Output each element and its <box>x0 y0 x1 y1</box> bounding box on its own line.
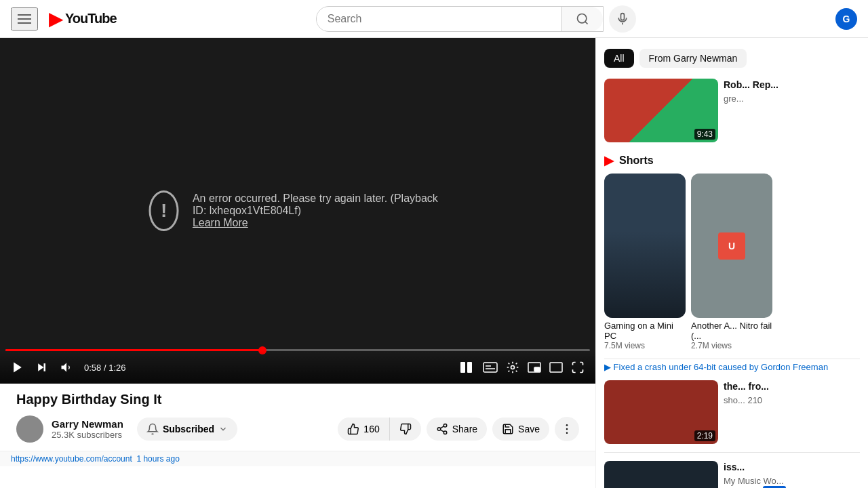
share-icon <box>436 423 448 435</box>
pause-indicator[interactable] <box>457 359 477 375</box>
svg-rect-2 <box>620 13 624 20</box>
svg-rect-10 <box>484 363 497 372</box>
short-thumb-1 <box>604 174 686 318</box>
rec-item[interactable]: 9:43 Rob... Rep... gre... <box>596 73 868 148</box>
miniplayer-icon <box>528 362 541 373</box>
short-views-2: 2.7M views <box>691 341 772 350</box>
filter-pills: All From Garry Newman <box>596 43 868 73</box>
bell-icon <box>146 423 159 435</box>
learn-more-link[interactable]: Learn More <box>193 217 248 228</box>
save-icon <box>502 423 514 435</box>
settings-button[interactable] <box>503 358 522 377</box>
filter-from-channel[interactable]: From Garry Newman <box>639 49 747 68</box>
time-display: 0:58 / 1:26 <box>84 363 125 373</box>
youtube-logo[interactable]: ▶ YouTube <box>49 7 117 30</box>
nav-right: G <box>835 8 857 30</box>
volume-button[interactable] <box>57 358 76 377</box>
svg-point-18 <box>437 428 441 431</box>
channel-row: Garry Newman 25.3K subscribers Subscribe… <box>16 415 579 443</box>
fullscreen-icon <box>571 361 585 374</box>
linked-rec-item[interactable]: 2:19 the... fro... sho... 210 <box>596 375 868 449</box>
short-title-2: Another A... Nitro fail (... <box>691 321 772 341</box>
pause-icon <box>460 362 475 373</box>
video-area: ! An error occurred. Please try again la… <box>0 38 595 488</box>
nav-left: ▶ YouTube <box>11 7 117 30</box>
next-button[interactable] <box>33 358 52 377</box>
short-item-1[interactable]: Gaming on a Mini PC 7.5M views <box>604 174 686 350</box>
more-button[interactable] <box>555 417 579 441</box>
shorts-header: ▶ Shorts <box>604 153 860 168</box>
rec-info: Rob... Rep... gre... <box>724 79 860 142</box>
video-player[interactable]: ! An error occurred. Please try again la… <box>0 38 595 384</box>
avatar[interactable]: G <box>835 8 857 30</box>
svg-line-20 <box>440 430 443 432</box>
mic-icon <box>616 12 629 26</box>
short-title-1: Gaming on a Mini PC <box>604 321 686 341</box>
search-icon <box>576 12 589 26</box>
miniplayer-button[interactable] <box>525 359 544 375</box>
theater-button[interactable] <box>547 359 566 375</box>
dislike-button[interactable] <box>390 418 421 441</box>
status-bar: https://www.youtube.com/account 1 hours … <box>0 451 595 466</box>
svg-rect-15 <box>534 367 540 371</box>
subscribe-button[interactable]: Subscribed <box>137 418 237 441</box>
thumbs-down-icon <box>399 423 412 435</box>
rec-duration: 9:43 <box>694 129 715 140</box>
svg-point-0 <box>577 14 586 22</box>
channel-details: Garry Newman 25.3K subscribers <box>52 418 123 440</box>
search-input[interactable] <box>317 7 561 30</box>
svg-rect-8 <box>460 362 465 373</box>
volume-icon <box>60 361 73 374</box>
next-icon <box>35 361 49 374</box>
thumbs-up-icon <box>347 423 359 435</box>
play-button[interactable] <box>8 358 27 377</box>
svg-point-17 <box>443 424 447 428</box>
save-button[interactable]: Save <box>492 418 549 441</box>
rec-divider <box>604 359 860 359</box>
search-button[interactable] <box>561 7 603 31</box>
lower-rec-1[interactable]: 1:36 iss... My Music Wo... 10 views New <box>596 455 868 488</box>
svg-marker-4 <box>14 363 22 373</box>
rec-channel: gre... <box>724 94 860 104</box>
youtube-wordmark: YouTube <box>65 11 117 26</box>
lower-rec-info-1: iss... My Music Wo... 10 views New <box>724 461 860 488</box>
like-dislike-group: 160 <box>338 418 420 441</box>
linked-rec-channel: sho... 210 <box>724 395 860 405</box>
channel-subs: 25.3K subscribers <box>52 430 123 440</box>
short-views-1: 7.5M views <box>604 341 686 350</box>
short-item-2[interactable]: U Another A... Nitro fail (... 2.7M view… <box>691 174 772 350</box>
main-container: ! An error occurred. Please try again la… <box>0 38 868 488</box>
shorts-icon: ▶ <box>604 153 614 168</box>
short-thumb-2: U <box>691 174 772 318</box>
error-icon: ! <box>149 190 179 231</box>
like-button[interactable]: 160 <box>338 418 389 441</box>
video-title: Happy Birthday Sing It <box>16 392 579 407</box>
lower-rec-thumb-1: 1:36 <box>604 461 718 488</box>
fullscreen-button[interactable] <box>568 358 587 377</box>
controls-right <box>457 358 587 377</box>
theater-icon <box>549 362 563 373</box>
shorts-section: ▶ Shorts Gaming on a Mini PC 7.5M views … <box>596 148 868 356</box>
svg-rect-6 <box>44 363 46 371</box>
right-sidebar: All From Garry Newman 9:43 Rob... Rep...… <box>595 38 868 488</box>
menu-button[interactable] <box>11 7 38 30</box>
share-button[interactable]: Share <box>427 418 487 441</box>
captions-icon <box>483 362 498 373</box>
rec-thumbnail: 9:43 <box>604 79 718 142</box>
mic-button[interactable] <box>609 5 636 33</box>
svg-point-23 <box>566 428 568 430</box>
svg-point-13 <box>511 366 515 369</box>
lower-rec-title-1: iss... <box>724 461 860 473</box>
filter-all[interactable]: All <box>604 49 634 68</box>
svg-marker-7 <box>62 363 67 371</box>
linked-rec-title: the... fro... <box>724 380 860 392</box>
action-buttons: 160 Share Save <box>338 417 579 441</box>
channel-name[interactable]: Garry Newman <box>52 418 123 430</box>
captions-button[interactable] <box>480 359 500 375</box>
linked-rec-thumbnail: 2:19 <box>604 380 718 444</box>
play-icon <box>11 361 24 374</box>
channel-avatar[interactable] <box>16 415 43 443</box>
svg-line-21 <box>440 426 443 428</box>
navbar: ▶ YouTube G <box>0 0 868 38</box>
rec-title: Rob... Rep... <box>724 79 860 91</box>
